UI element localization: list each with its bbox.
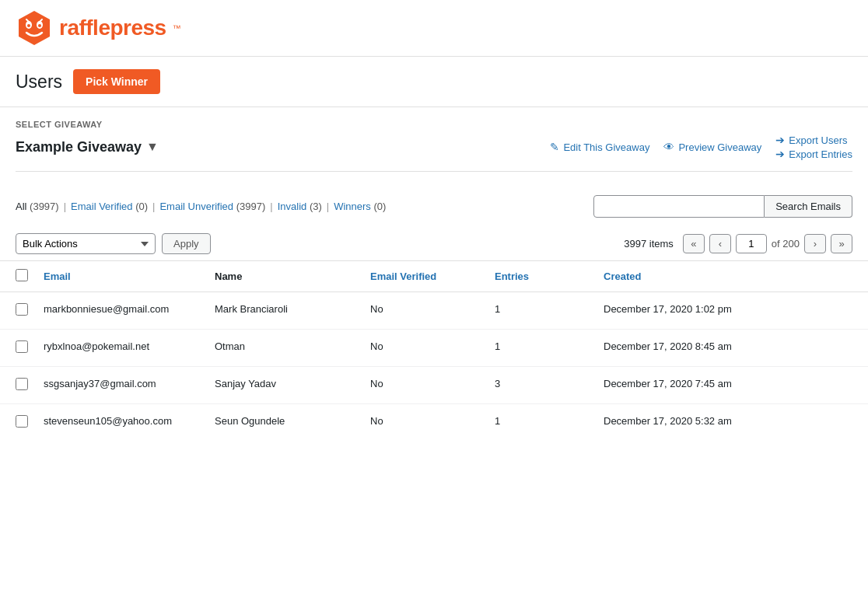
- filters-section: All (3997) | Email Verified (0) | Email …: [0, 184, 868, 218]
- svg-point-3: [27, 24, 30, 27]
- chevron-down-icon[interactable]: ▼: [146, 140, 159, 154]
- col-header-email[interactable]: Email: [28, 261, 199, 292]
- row-name-2: Sanjay Yadav: [199, 367, 355, 404]
- filter-links: All (3997) | Email Verified (0) | Email …: [16, 195, 852, 218]
- col-header-name: Name: [199, 261, 355, 292]
- row-created-2: December 17, 2020 7:45 am: [588, 367, 868, 404]
- filter-all[interactable]: All (3997): [16, 201, 59, 212]
- row-name-3: Seun Ogundele: [199, 404, 355, 442]
- pagination-right: 3997 items « ‹ of 200 › »: [624, 234, 852, 253]
- giveaway-selector[interactable]: Example Giveaway ▼: [16, 139, 159, 155]
- bulk-left: Bulk Actions Apply: [16, 233, 211, 254]
- first-page-button[interactable]: «: [683, 234, 705, 253]
- row-entries-3: 1: [479, 404, 588, 442]
- select-all-checkbox[interactable]: [16, 269, 28, 281]
- filter-winners[interactable]: Winners (0): [334, 201, 386, 212]
- row-checkbox-1[interactable]: [16, 340, 28, 353]
- col-header-verified[interactable]: Email Verified: [355, 261, 479, 292]
- bulk-pagination-row: Bulk Actions Apply 3997 items « ‹ of 200…: [0, 227, 868, 261]
- row-email-1: rybxlnoa@pokemail.net: [28, 330, 199, 367]
- main-section: SELECT GIVEAWAY Example Giveaway ▼ ✎ Edi…: [0, 106, 868, 184]
- export-group: ➔ Export Users ➔ Export Entries: [775, 134, 852, 160]
- row-created-0: December 17, 2020 1:02 pm: [588, 292, 868, 330]
- row-entries-0: 1: [479, 292, 588, 330]
- prev-page-button[interactable]: ‹: [709, 234, 731, 253]
- row-checkbox-cell: [0, 330, 28, 367]
- search-input[interactable]: [593, 195, 765, 218]
- apply-button[interactable]: Apply: [162, 233, 211, 254]
- giveaway-row: Example Giveaway ▼ ✎ Edit This Giveaway …: [16, 134, 852, 172]
- row-entries-2: 3: [479, 367, 588, 404]
- svg-marker-0: [19, 11, 50, 45]
- row-checkbox-cell: [0, 292, 28, 330]
- row-verified-2: No: [355, 367, 479, 404]
- last-page-button[interactable]: »: [831, 234, 852, 253]
- items-count: 3997 items: [624, 238, 674, 250]
- row-checkbox-0[interactable]: [16, 303, 28, 316]
- logo-tm: ™: [173, 23, 181, 33]
- of-text: of 200: [772, 238, 800, 250]
- search-emails-button[interactable]: Search Emails: [765, 195, 852, 218]
- table-row: markbonniesue@gmail.com Mark Branciaroli…: [0, 292, 868, 330]
- table-row: rybxlnoa@pokemail.net Otman No 1 Decembe…: [0, 330, 868, 367]
- select-giveaway-label: SELECT GIVEAWAY: [16, 120, 852, 129]
- header: rafflepress™: [0, 0, 868, 57]
- filter-email-verified[interactable]: Email Verified (0): [71, 201, 148, 212]
- row-checkbox-cell: [0, 367, 28, 404]
- current-page-input[interactable]: [736, 234, 767, 253]
- row-checkbox-3[interactable]: [16, 415, 28, 428]
- svg-point-4: [38, 24, 41, 27]
- giveaway-name: Example Giveaway: [16, 139, 142, 155]
- filter-email-unverified[interactable]: Email Unverified (3997): [159, 201, 265, 212]
- row-email-2: ssgsanjay37@gmail.com: [28, 367, 199, 404]
- col-header-entries[interactable]: Entries: [479, 261, 588, 292]
- row-created-1: December 17, 2020 8:45 am: [588, 330, 868, 367]
- table-row: ssgsanjay37@gmail.com Sanjay Yadav No 3 …: [0, 367, 868, 404]
- logo-icon: [16, 9, 53, 47]
- giveaway-actions: ✎ Edit This Giveaway 👁 Preview Giveaway …: [550, 134, 852, 160]
- page-title-area: Users Pick Winner: [0, 57, 868, 106]
- preview-giveaway-link[interactable]: 👁 Preview Giveaway: [663, 141, 761, 153]
- export-users-link[interactable]: ➔ Export Users: [775, 134, 847, 146]
- export-entries-link[interactable]: ➔ Export Entries: [775, 148, 852, 160]
- table-wrapper: Email Name Email Verified Entries Create…: [0, 261, 868, 441]
- row-verified-1: No: [355, 330, 479, 367]
- table-header-row: Email Name Email Verified Entries Create…: [0, 261, 868, 292]
- row-name-0: Mark Branciaroli: [199, 292, 355, 330]
- row-entries-1: 1: [479, 330, 588, 367]
- filter-invalid[interactable]: Invalid (3): [278, 201, 322, 212]
- row-created-3: December 17, 2020 5:32 am: [588, 404, 868, 442]
- export-icon: ➔: [775, 134, 785, 146]
- select-all-header[interactable]: [0, 261, 28, 292]
- eye-icon: 👁: [663, 141, 674, 153]
- edit-giveaway-link[interactable]: ✎ Edit This Giveaway: [550, 141, 649, 153]
- export-entries-icon: ➔: [775, 148, 785, 160]
- logo-text: rafflepress: [59, 16, 166, 40]
- row-verified-0: No: [355, 292, 479, 330]
- row-checkbox-2[interactable]: [16, 378, 28, 390]
- users-table: Email Name Email Verified Entries Create…: [0, 261, 868, 441]
- logo: rafflepress™: [16, 9, 181, 47]
- bulk-actions-select[interactable]: Bulk Actions: [16, 233, 156, 254]
- pick-winner-button[interactable]: Pick Winner: [73, 69, 160, 94]
- page-title: Users: [16, 72, 62, 93]
- table-row: stevenseun105@yahoo.com Seun Ogundele No…: [0, 404, 868, 442]
- next-page-button[interactable]: ›: [804, 234, 826, 253]
- edit-icon: ✎: [550, 141, 559, 153]
- col-header-created[interactable]: Created: [588, 261, 868, 292]
- row-email-3: stevenseun105@yahoo.com: [28, 404, 199, 442]
- row-checkbox-cell: [0, 404, 28, 442]
- row-verified-3: No: [355, 404, 479, 442]
- row-email-0: markbonniesue@gmail.com: [28, 292, 199, 330]
- row-name-1: Otman: [199, 330, 355, 367]
